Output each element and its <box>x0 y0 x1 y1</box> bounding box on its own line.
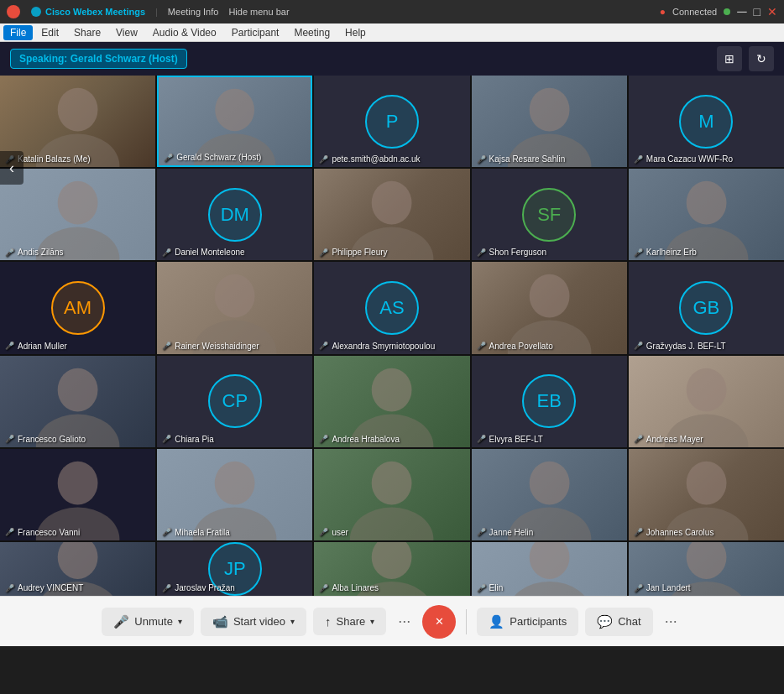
participant-cell-mara[interactable]: M🎤Mara Cazacu WWF-Ro <box>629 76 784 167</box>
participant-name-andreas: 🎤Andreas Mayer <box>634 435 703 444</box>
mic-status-andrea_h: 🎤 <box>319 435 328 443</box>
participant-name-audrey: 🎤Audrey VINCENT <box>5 583 83 592</box>
participant-cell-kajsa[interactable]: 🎤Kajsa Resare Sahlin <box>472 76 627 167</box>
participant-name-andrea_p: 🎤Andrea Povellato <box>477 342 553 351</box>
participant-cell-user[interactable]: 🎤user <box>314 449 469 540</box>
participant-name-pete: 🎤pete.smith@abdn.ac.uk <box>319 154 420 164</box>
mic-status-jan: 🎤 <box>634 584 643 592</box>
participant-name-janne: 🎤Janne Helin <box>477 528 534 537</box>
participants-button[interactable]: 👤 Participants <box>477 608 578 636</box>
menu-share[interactable]: Share <box>67 25 107 40</box>
participant-cell-grazvydas[interactable]: GB🎤Gražvydas J. BEF-LT <box>629 262 784 353</box>
avatar-pete: P <box>365 95 419 149</box>
separator: | <box>155 7 158 17</box>
share-icon: ↑ <box>325 614 332 629</box>
participant-cell-rainer[interactable]: 🎤Rainer Weisshaidinger <box>157 262 312 353</box>
avatar-adrian: AM <box>51 281 105 335</box>
svg-point-28 <box>350 507 434 540</box>
participant-cell-pete[interactable]: P🎤pete.smith@abdn.ac.uk <box>314 76 469 167</box>
participant-cell-karlheinz[interactable]: 🎤Karlheinz Erb <box>629 169 784 260</box>
settings-button[interactable]: ↻ <box>749 46 774 71</box>
mic-status-andrea_p: 🎤 <box>477 342 486 350</box>
participant-cell-mihaela[interactable]: 🎤Mihaela Fratila <box>157 449 312 540</box>
participant-cell-andis[interactable]: 🎤Andis Zilāns <box>0 169 155 260</box>
prev-page-button[interactable]: ‹ <box>0 151 24 185</box>
mic-status-jaroslav: 🎤 <box>162 584 171 592</box>
menu-view[interactable]: View <box>109 25 144 40</box>
participant-cell-jaroslav[interactable]: JP🎤Jaroslav Pražan <box>157 542 312 596</box>
svg-point-13 <box>215 274 255 318</box>
close-button[interactable] <box>7 5 20 18</box>
participant-name-elin: 🎤Elin <box>477 583 504 592</box>
start-video-button[interactable]: 📹 Start video ▾ <box>201 608 306 636</box>
unmute-dropdown-arrow[interactable]: ▾ <box>178 617 182 626</box>
mic-status-chiara: 🎤 <box>162 435 171 443</box>
participant-cell-francesco_g[interactable]: 🎤Francesco Galioto <box>0 356 155 447</box>
chat-button[interactable]: 💬 Chat <box>585 608 652 636</box>
video-dropdown-arrow[interactable]: ▾ <box>290 617 295 626</box>
speaker-name: Gerald Schwarz (Host) <box>71 53 178 65</box>
participant-cell-andrea_p[interactable]: 🎤Andrea Povellato <box>472 262 627 353</box>
participant-cell-johannes[interactable]: 🎤Johannes Carolus <box>629 449 784 540</box>
participant-cell-andreas[interactable]: 🎤Andreas Mayer <box>629 356 784 447</box>
menu-meeting[interactable]: Meeting <box>287 25 337 40</box>
participants-label: Participants <box>510 615 567 628</box>
participant-cell-andrea_h[interactable]: 🎤Andrea Hrabalova <box>314 356 469 447</box>
svg-point-31 <box>686 462 726 505</box>
participant-name-rainer: 🎤Rainer Weisshaidinger <box>162 342 259 351</box>
close-button-x[interactable]: ✕ <box>767 5 777 18</box>
unmute-button[interactable]: 🎤 Unmute ▾ <box>102 608 194 636</box>
participant-cell-alba[interactable]: 🎤Alba Linares <box>314 542 469 596</box>
participant-name-alexandra: 🎤Alexandra Smyrniotopoulou <box>319 342 435 351</box>
grid-view-button[interactable]: ⊞ <box>717 46 742 71</box>
participant-name-andrea_h: 🎤Andrea Hrabalova <box>319 435 400 444</box>
participant-name-shon: 🎤Shon Ferguson <box>477 248 546 257</box>
mic-status-gerald: 🎤 <box>164 154 173 162</box>
menu-audio-video[interactable]: Audio & Video <box>146 25 223 40</box>
mic-status-pete: 🎤 <box>319 155 328 164</box>
mic-status-janne: 🎤 <box>477 528 486 536</box>
participant-cell-audrey[interactable]: 🎤Audrey VINCENT <box>0 542 155 596</box>
more-options-button[interactable]: ··· <box>393 613 416 630</box>
participant-cell-adrian[interactable]: AM🎤Adrian Muller <box>0 262 155 353</box>
participant-cell-janne[interactable]: 🎤Janne Helin <box>472 449 627 540</box>
share-dropdown-arrow[interactable]: ▾ <box>370 617 374 626</box>
share-button[interactable]: ↑ Share ▾ <box>313 608 386 635</box>
participants-icon: 👤 <box>489 614 504 629</box>
menu-edit[interactable]: Edit <box>34 25 65 40</box>
mic-status-shon: 🎤 <box>477 248 486 257</box>
participant-cell-philippe[interactable]: 🎤Philippe Fleury <box>314 169 469 260</box>
mic-status-audrey: 🎤 <box>5 584 14 592</box>
menu-participant[interactable]: Participant <box>225 25 286 40</box>
participant-name-adrian: 🎤Adrian Muller <box>5 342 67 351</box>
mic-status-mara: 🎤 <box>634 155 643 164</box>
app-logo: Cisco Webex Meetings <box>30 6 145 18</box>
maximize-button[interactable]: □ <box>754 5 760 18</box>
menu-file[interactable]: File <box>3 25 33 40</box>
meeting-info-link[interactable]: Meeting Info <box>168 7 219 17</box>
participant-cell-chiara[interactable]: CP🎤Chiara Pia <box>157 356 312 447</box>
end-call-button[interactable]: ✕ <box>422 605 456 639</box>
participant-cell-shon[interactable]: SF🎤Shon Ferguson <box>472 169 627 260</box>
start-video-label: Start video <box>233 615 285 628</box>
top-bar: Speaking: Gerald Schwarz (Host) ⊞ ↻ <box>0 42 784 76</box>
mic-status-grazvydas: 🎤 <box>634 342 643 350</box>
participant-cell-elvyra[interactable]: EB🎤Elvyra BEF-LT <box>472 356 627 447</box>
svg-point-27 <box>372 462 412 505</box>
participant-cell-daniel[interactable]: DM🎤Daniel Monteleone <box>157 169 312 260</box>
toolbar-separator <box>466 609 467 634</box>
participant-cell-alexandra[interactable]: AS🎤Alexandra Smyrniotopoulou <box>314 262 469 353</box>
menu-help[interactable]: Help <box>338 25 373 40</box>
participant-cell-gerald[interactable]: 🎤Gerald Schwarz (Host) <box>157 76 312 167</box>
more-toolbar-button[interactable]: ··· <box>660 613 682 630</box>
participant-cell-jan[interactable]: 🎤Jan Landert <box>629 542 784 596</box>
mic-status-karlheinz: 🎤 <box>634 248 643 257</box>
participant-name-kajsa: 🎤Kajsa Resare Sahlin <box>477 154 566 164</box>
participant-cell-francesco_v[interactable]: 🎤Francesco Vanni <box>0 449 155 540</box>
participant-cell-elin[interactable]: 🎤Elin <box>472 542 627 596</box>
avatar-chiara: CP <box>208 374 262 428</box>
participant-name-johannes: 🎤Johannes Carolus <box>634 528 714 537</box>
hide-menu-link[interactable]: Hide menu bar <box>228 7 289 17</box>
minimize-button[interactable]: ─ <box>737 4 746 19</box>
avatar-elvyra: EB <box>522 374 576 428</box>
